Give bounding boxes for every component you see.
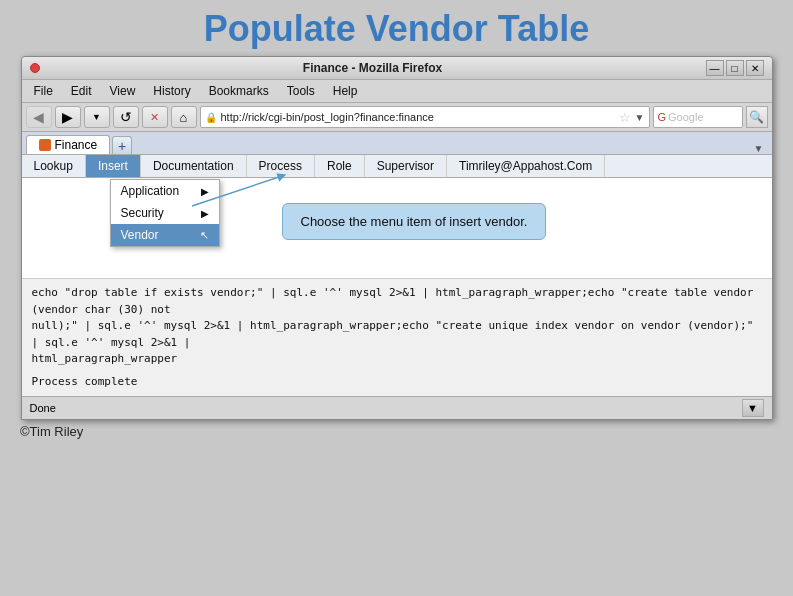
nav-email[interactable]: Timriley@Appahost.Com (447, 155, 605, 177)
terminal-line-3: html_paragraph_wrapper (32, 351, 762, 368)
app-nav: Lookup Insert Documentation Process Role… (22, 155, 772, 178)
tab-label: Finance (55, 138, 98, 152)
callout-text: Choose the menu item of insert vendor. (301, 214, 528, 229)
app-nav-container: Lookup Insert Documentation Process Role… (22, 155, 772, 178)
title-bar: Finance - Mozilla Firefox — □ ✕ (22, 57, 772, 80)
address-text: http://rick/cgi-bin/post_login?finance:f… (221, 111, 615, 123)
search-placeholder: Google (668, 111, 737, 123)
nav-role[interactable]: Role (315, 155, 365, 177)
title-bar-left (30, 63, 40, 73)
footer-text: ©Tim Riley (20, 424, 83, 439)
forward-button[interactable]: ▶ (55, 106, 81, 128)
menu-help[interactable]: Help (325, 82, 366, 100)
reload-button[interactable]: ↺ (113, 106, 139, 128)
minimize-button[interactable]: — (706, 60, 724, 76)
status-text: Done (30, 402, 56, 414)
window-close-dot[interactable] (30, 63, 40, 73)
menu-bookmarks[interactable]: Bookmarks (201, 82, 277, 100)
address-security-icon: 🔒 (205, 112, 217, 123)
search-engine-icon: G (658, 111, 667, 123)
svg-line-0 (192, 176, 282, 206)
stop-button[interactable]: ✕ (142, 106, 168, 128)
nav-lookup[interactable]: Lookup (22, 155, 86, 177)
cursor-indicator: ↖ (200, 229, 209, 242)
status-bar: Done ▼ (22, 396, 772, 419)
tab-finance[interactable]: Finance (26, 135, 111, 154)
address-dropdown-icon[interactable]: ▼ (635, 112, 645, 123)
menu-view[interactable]: View (102, 82, 144, 100)
terminal-area: echo "drop table if exists vendor;" | sq… (22, 278, 772, 396)
callout-arrow-svg (187, 171, 297, 211)
page-title: Populate Vendor Table (0, 0, 793, 56)
terminal-line-2: null);" | sql.e '^' mysql 2>&1 | html_pa… (32, 318, 762, 351)
download-button[interactable]: ▼ (742, 399, 764, 417)
menu-file[interactable]: File (26, 82, 61, 100)
home-button[interactable]: ⌂ (171, 106, 197, 128)
tab-add-button[interactable]: + (112, 136, 132, 154)
callout-container: Choose the menu item of insert vendor. (282, 203, 547, 240)
menu-bar: File Edit View History Bookmarks Tools H… (22, 80, 772, 103)
nav-insert[interactable]: Insert (86, 155, 141, 177)
nav-supervisor[interactable]: Supervisor (365, 155, 447, 177)
title-bar-controls: — □ ✕ (706, 60, 764, 76)
menu-tools[interactable]: Tools (279, 82, 323, 100)
search-button[interactable]: 🔍 (746, 106, 768, 128)
menu-edit[interactable]: Edit (63, 82, 100, 100)
address-bar[interactable]: 🔒 http://rick/cgi-bin/post_login?finance… (200, 106, 650, 128)
terminal-line-4: Process complete (32, 374, 762, 391)
browser-window: Finance - Mozilla Firefox — □ ✕ File Edi… (21, 56, 773, 420)
menu-history[interactable]: History (145, 82, 198, 100)
close-button[interactable]: ✕ (746, 60, 764, 76)
browser-title: Finance - Mozilla Firefox (40, 61, 706, 75)
search-bar[interactable]: G Google (653, 106, 743, 128)
page-footer: ©Tim Riley (0, 420, 793, 443)
history-dropdown-button[interactable]: ▼ (84, 106, 110, 128)
callout-box: Choose the menu item of insert vendor. (282, 203, 547, 240)
tab-bar: Finance + ▼ (22, 132, 772, 155)
bookmark-star-icon[interactable]: ☆ (619, 110, 631, 125)
toolbar: ◀ ▶ ▼ ↺ ✕ ⌂ 🔒 http://rick/cgi-bin/post_l… (22, 103, 772, 132)
terminal-line-1: echo "drop table if exists vendor;" | sq… (32, 285, 762, 318)
tab-favicon (39, 139, 51, 151)
tab-list-arrow[interactable]: ▼ (750, 143, 768, 154)
dropdown-vendor[interactable]: Vendor ↖ (111, 224, 219, 246)
maximize-button[interactable]: □ (726, 60, 744, 76)
back-button[interactable]: ◀ (26, 106, 52, 128)
